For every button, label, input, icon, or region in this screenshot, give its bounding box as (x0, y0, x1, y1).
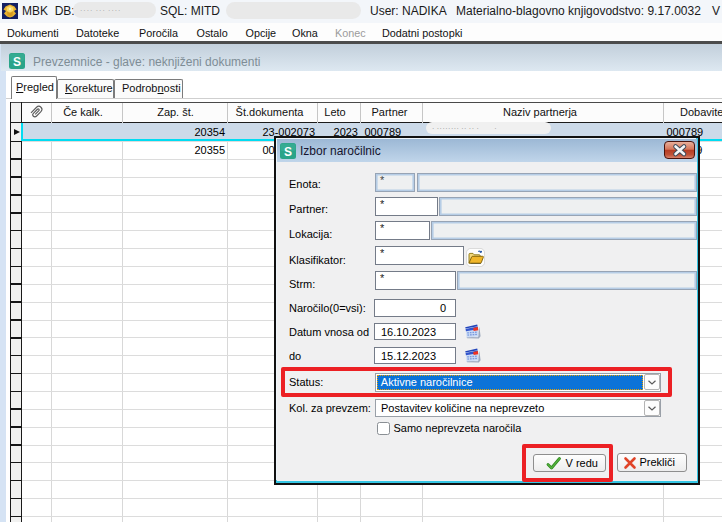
svg-text:S: S (12, 54, 20, 68)
svg-text:S: S (284, 144, 292, 158)
